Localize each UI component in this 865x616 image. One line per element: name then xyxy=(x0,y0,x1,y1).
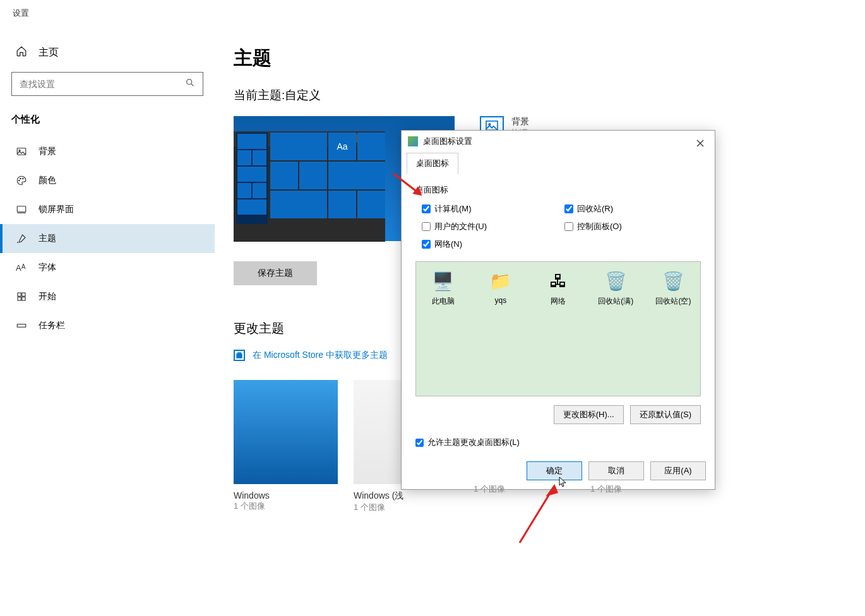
checkbox-userfiles[interactable] xyxy=(422,222,431,231)
checkbox-allow-theme[interactable] xyxy=(415,439,424,447)
icon-item-network[interactable]: 🖧 网络 xyxy=(539,270,577,307)
computer-icon: 🖥️ xyxy=(432,270,455,292)
checkbox-control[interactable] xyxy=(564,222,573,231)
dialog-title-text: 桌面图标设置 xyxy=(423,136,472,147)
store-icon xyxy=(234,350,245,361)
sidebar: 主页 个性化 背景 颜色 锁屏界面 主题 AA 字体 xyxy=(0,27,215,616)
theme-count-hidden: 1 个图像 xyxy=(590,483,622,495)
save-theme-button[interactable]: 保存主题 xyxy=(234,261,317,285)
current-theme-subtitle: 当前主题:自定义 xyxy=(234,87,865,104)
sidebar-item-fonts[interactable]: AA 字体 xyxy=(0,253,215,282)
sidebar-item-label: 颜色 xyxy=(39,175,56,186)
sidebar-item-label: 锁屏界面 xyxy=(39,204,74,215)
checkbox-recycle[interactable] xyxy=(564,204,573,213)
group-label: 桌面图标 xyxy=(415,184,701,196)
theme-name: Windows xyxy=(234,490,338,500)
search-box[interactable] xyxy=(11,72,203,96)
icon-label: 回收站(空) xyxy=(655,296,691,307)
settings-header: 设置 xyxy=(0,0,865,27)
network-icon: 🖧 xyxy=(547,270,570,292)
sidebar-item-label: 主题 xyxy=(39,233,56,244)
theme-count-hidden: 1 个图像 xyxy=(474,483,505,495)
sidebar-item-start[interactable]: 开始 xyxy=(0,282,215,311)
icon-label: 此电脑 xyxy=(432,296,455,307)
icon-label: yqs xyxy=(494,296,506,305)
check-recycle[interactable]: 回收站(R) xyxy=(564,203,701,215)
icon-item-recycle-full[interactable]: 🗑️ 回收站(满) xyxy=(597,270,635,307)
svg-rect-7 xyxy=(17,206,26,212)
home-icon xyxy=(16,45,27,59)
desktop-icons-dialog: 桌面图标设置 桌面图标 桌面图标 计算机(M) 回收站(R) 用户的文件(U) … xyxy=(401,130,715,490)
search-icon xyxy=(185,78,195,90)
check-network[interactable]: 网络(N) xyxy=(422,239,558,250)
svg-point-4 xyxy=(19,180,20,181)
cancel-button[interactable]: 取消 xyxy=(588,461,644,480)
sidebar-item-themes[interactable]: 主题 xyxy=(0,224,215,253)
svg-point-6 xyxy=(23,178,24,179)
icon-item-computer[interactable]: 🖥️ 此电脑 xyxy=(424,270,462,307)
dialog-titlebar: 桌面图标设置 xyxy=(402,131,715,152)
check-computer[interactable]: 计算机(M) xyxy=(422,203,558,215)
checkbox-computer[interactable] xyxy=(422,204,431,213)
sidebar-home[interactable]: 主页 xyxy=(0,39,215,66)
dialog-tab-icons[interactable]: 桌面图标 xyxy=(407,153,458,174)
sidebar-item-colors[interactable]: 颜色 xyxy=(0,166,215,195)
icons-preview-panel[interactable]: 🖥️ 此电脑 📁 yqs 🖧 网络 🗑️ 回收站(满) 🗑️ 回收站(空) xyxy=(415,261,701,396)
brush-icon xyxy=(16,233,27,244)
check-control[interactable]: 控制面板(O) xyxy=(564,221,701,232)
icon-item-recycle-empty[interactable]: 🗑️ 回收站(空) xyxy=(654,270,693,307)
sidebar-item-label: 任务栏 xyxy=(39,320,65,331)
check-label: 网络(N) xyxy=(434,239,462,250)
restore-defaults-button[interactable]: 还原默认值(S) xyxy=(630,405,701,424)
check-label: 用户的文件(U) xyxy=(434,221,487,232)
svg-rect-11 xyxy=(18,297,21,300)
palette-icon xyxy=(16,175,27,186)
svg-line-1 xyxy=(191,84,193,86)
apply-button[interactable]: 应用(A) xyxy=(650,461,706,480)
search-input[interactable] xyxy=(20,79,185,89)
sidebar-item-taskbar[interactable]: 任务栏 xyxy=(0,311,215,340)
theme-count: 1 个图像 xyxy=(234,500,338,512)
close-button[interactable] xyxy=(691,136,710,151)
change-icon-button[interactable]: 更改图标(H)... xyxy=(554,405,624,424)
theme-count: 1 个图像 xyxy=(354,502,458,513)
svg-point-0 xyxy=(187,80,192,85)
sidebar-item-background[interactable]: 背景 xyxy=(0,137,215,166)
allow-label: 允许主题更改桌面图标(L) xyxy=(427,437,520,448)
allow-theme-change-row[interactable]: 允许主题更改桌面图标(L) xyxy=(415,437,701,448)
recycle-empty-icon: 🗑️ xyxy=(662,270,684,292)
sidebar-item-label: 背景 xyxy=(39,146,56,157)
svg-point-5 xyxy=(20,178,21,179)
font-icon: AA xyxy=(16,263,27,273)
check-label: 计算机(M) xyxy=(434,203,472,215)
svg-rect-10 xyxy=(22,293,25,296)
sidebar-section-title: 个性化 xyxy=(0,109,215,137)
sidebar-home-label: 主页 xyxy=(39,46,59,59)
check-userfiles[interactable]: 用户的文件(U) xyxy=(422,221,558,232)
sidebar-item-lockscreen[interactable]: 锁屏界面 xyxy=(0,195,215,224)
svg-rect-12 xyxy=(22,297,25,300)
icon-label: 回收站(满) xyxy=(598,296,633,307)
sidebar-item-label: 字体 xyxy=(39,262,56,273)
store-link-label: 在 Microsoft Store 中获取更多主题 xyxy=(253,350,388,361)
checkbox-network[interactable] xyxy=(422,240,431,249)
theme-card-windows[interactable]: Windows 1 个图像 xyxy=(234,380,338,513)
check-label: 回收站(R) xyxy=(577,203,613,215)
image-icon xyxy=(16,146,27,157)
svg-rect-13 xyxy=(17,324,26,328)
lockscreen-icon xyxy=(16,204,27,215)
taskbar-icon xyxy=(16,320,27,331)
user-folder-icon: 📁 xyxy=(489,270,512,292)
preview-aa: Aa xyxy=(328,133,356,160)
ok-button[interactable]: 确定 xyxy=(527,461,582,480)
svg-rect-9 xyxy=(18,293,21,296)
recycle-full-icon: 🗑️ xyxy=(604,270,627,292)
theme-name: Windows (浅 xyxy=(354,490,458,502)
dialog-icon xyxy=(408,136,418,146)
theme-thumbnail xyxy=(234,380,338,484)
start-icon xyxy=(16,291,27,302)
sidebar-item-label: 开始 xyxy=(39,291,56,302)
check-label: 控制面板(O) xyxy=(577,221,622,232)
page-title: 主题 xyxy=(234,45,865,71)
icon-item-user[interactable]: 📁 yqs xyxy=(481,270,520,305)
